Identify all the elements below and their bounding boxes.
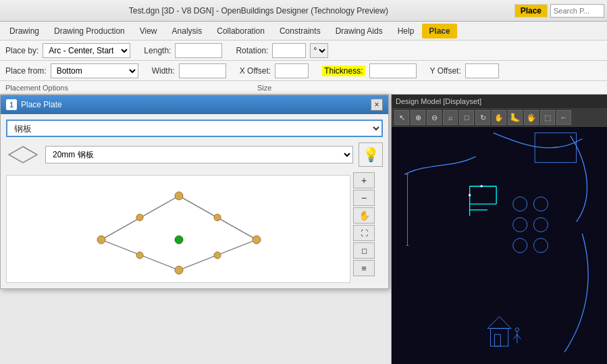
svg-point-8 xyxy=(214,252,221,259)
place-from-label: Place from: xyxy=(5,66,47,76)
place-by-group: Place by: Arc - Center, Start xyxy=(5,43,130,58)
rotation-label: Rotation: xyxy=(236,46,268,55)
thickness-group: Thickness: 20:0 xyxy=(322,63,416,78)
svg-point-5 xyxy=(97,236,105,244)
svg-marker-0 xyxy=(9,147,37,163)
3d-view-button[interactable]: ◻ xyxy=(353,242,375,259)
place-search-area: Place xyxy=(514,4,604,18)
pan-button[interactable]: ✋ xyxy=(353,207,375,224)
menu-constraints[interactable]: Constraints xyxy=(273,24,327,38)
viewport-canvas xyxy=(392,127,607,364)
layers-button[interactable]: ≡ xyxy=(353,260,375,276)
vp-zoom-out-btn[interactable]: ⊖ xyxy=(427,110,442,125)
vp-zoom-in-btn[interactable]: ⊕ xyxy=(411,110,425,125)
place-from-select[interactable]: Bottom xyxy=(51,63,138,78)
svg-point-2 xyxy=(175,192,183,200)
svg-point-23 xyxy=(480,185,483,188)
svg-marker-25 xyxy=(487,317,511,329)
rotation-group: Rotation: 0° ° xyxy=(236,43,328,58)
y-offset-group: Y Offset: 0:0 xyxy=(430,63,499,78)
search-input[interactable] xyxy=(550,4,604,18)
tool-bar-row2: Place from: Bottom Width: 500:0 X Offset… xyxy=(0,61,607,81)
x-offset-group: X Offset: 0:0 xyxy=(240,63,309,78)
options-row: Placement Options Size xyxy=(0,81,607,95)
plate-icon xyxy=(6,145,40,165)
svg-point-17 xyxy=(533,238,548,253)
x-offset-label: X Offset: xyxy=(240,66,271,76)
width-group: Width: 500:0 xyxy=(152,63,226,78)
y-offset-input[interactable]: 0:0 xyxy=(465,63,499,78)
svg-rect-26 xyxy=(490,328,508,346)
dialog-close-button[interactable]: × xyxy=(371,99,383,111)
svg-point-6 xyxy=(175,236,183,244)
menu-analysis[interactable]: Analysis xyxy=(165,24,209,38)
vp-fit-btn[interactable]: ⌕ xyxy=(443,110,458,125)
viewport-drawing xyxy=(392,127,607,364)
menu-bar: Drawing Drawing Production View Analysis… xyxy=(0,22,607,41)
svg-point-4 xyxy=(175,266,183,274)
viewport-header: Design Model [Displayset] xyxy=(392,95,607,108)
preview-svg xyxy=(7,176,350,283)
svg-point-3 xyxy=(253,236,261,244)
svg-point-13 xyxy=(533,197,548,211)
length-label: Length: xyxy=(144,46,171,55)
vp-window-btn[interactable]: □ xyxy=(459,110,474,125)
menu-place[interactable]: Place xyxy=(422,24,456,38)
menu-collaboration[interactable]: Collaboration xyxy=(210,24,271,38)
svg-point-24 xyxy=(469,194,471,197)
place-by-label: Place by: xyxy=(5,46,38,55)
vp-hand-btn[interactable]: 🖐 xyxy=(524,110,539,125)
zoom-out-button[interactable]: − xyxy=(353,190,375,206)
app-title: Test.dgn [3D - V8 DGN] - OpenBuildings D… xyxy=(3,6,514,16)
place-tab-button[interactable]: Place xyxy=(514,4,548,18)
svg-point-9 xyxy=(136,214,143,221)
size-label: Size xyxy=(257,84,271,92)
fit-view-button[interactable]: ⛶ xyxy=(353,225,375,241)
menu-drawing-aids[interactable]: Drawing Aids xyxy=(329,24,390,38)
category-dropdown[interactable]: 钢板 xyxy=(6,120,383,137)
place-by-select[interactable]: Arc - Center, Start xyxy=(43,43,130,58)
rotation-input[interactable]: 0° xyxy=(272,43,306,58)
x-offset-input[interactable]: 0:0 xyxy=(275,63,309,78)
vp-pan-btn[interactable]: ✋ xyxy=(492,110,506,125)
vp-back-btn[interactable]: ← xyxy=(556,110,571,125)
component-dropdown[interactable]: 20mm 钢板 xyxy=(45,146,353,163)
main-content: 1 Place Plate × 钢板 xyxy=(0,95,607,364)
menu-drawing[interactable]: Drawing xyxy=(3,24,46,38)
thickness-label: Thickness: xyxy=(322,66,365,76)
zoom-in-button[interactable]: + xyxy=(353,172,375,188)
rotation-unit-select[interactable]: ° xyxy=(310,43,328,58)
preview-nav-buttons: + − ✋ ⛶ ◻ ≡ xyxy=(353,172,375,283)
y-offset-label: Y Offset: xyxy=(430,66,461,76)
svg-line-31 xyxy=(517,334,521,339)
tool-bar-row1: Place by: Arc - Center, Start Length: 50… xyxy=(0,41,607,61)
svg-marker-1 xyxy=(101,196,257,270)
svg-line-30 xyxy=(514,334,517,339)
dialog-title: Place Plate xyxy=(21,100,371,109)
width-input[interactable]: 500:0 xyxy=(179,63,226,78)
placement-options-label: Placement Options xyxy=(5,84,68,92)
vp-rotate-btn[interactable]: ↻ xyxy=(475,110,490,125)
right-panel: Design Model [Displayset] ↖ ⊕ ⊖ ⌕ □ ↻ ✋ … xyxy=(392,95,607,364)
svg-point-15 xyxy=(533,217,548,232)
viewport-toolbar: ↖ ⊕ ⊖ ⌕ □ ↻ ✋ 🦶 🖐 ⬚ ← xyxy=(392,108,607,127)
vp-walk-btn[interactable]: 🦶 xyxy=(508,110,523,125)
place-plate-dialog: 1 Place Plate × 钢板 xyxy=(0,95,389,289)
thickness-input[interactable]: 20:0 xyxy=(369,63,417,78)
svg-point-12 xyxy=(513,197,527,211)
preview-area xyxy=(6,175,350,283)
svg-point-7 xyxy=(214,214,221,221)
vp-select-btn[interactable]: ↖ xyxy=(394,110,409,125)
viewport-title: Design Model [Displayset] xyxy=(396,97,481,105)
svg-rect-27 xyxy=(494,334,500,346)
component-row: 20mm 钢板 💡 xyxy=(6,142,383,167)
menu-drawing-production[interactable]: Drawing Production xyxy=(47,24,132,38)
menu-help[interactable]: Help xyxy=(391,24,421,38)
place-from-group: Place from: Bottom xyxy=(5,63,138,78)
dialog-title-bar: 1 Place Plate × xyxy=(1,95,388,114)
title-bar: Test.dgn [3D - V8 DGN] - OpenBuildings D… xyxy=(0,0,607,22)
menu-view[interactable]: View xyxy=(133,24,164,38)
length-input[interactable]: 500:0 xyxy=(175,43,222,58)
vp-grid-btn[interactable]: ⬚ xyxy=(540,110,555,125)
lightbulb-button[interactable]: 💡 xyxy=(359,142,383,167)
